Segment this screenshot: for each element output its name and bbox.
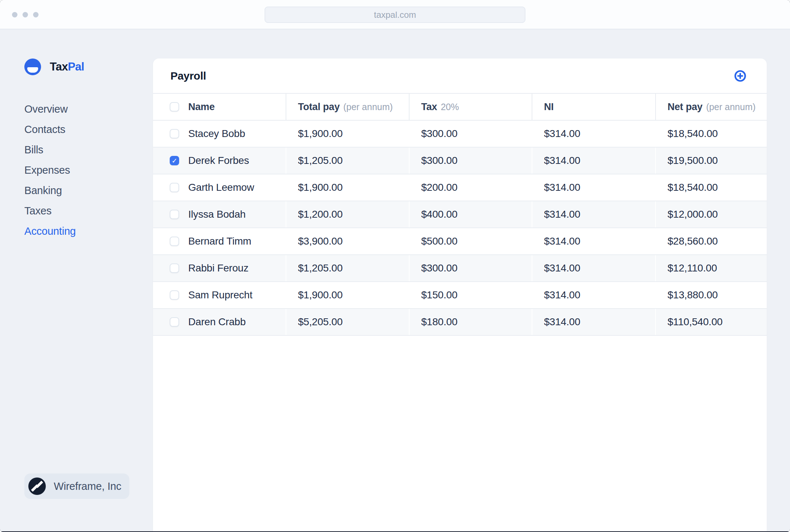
column-label: Total pay [298,101,340,112]
total-pay-cell: $1,200.00 [286,201,409,228]
total-pay-cell: $1,900.00 [286,174,409,201]
payroll-card-header: Payroll [153,59,767,94]
net-pay-cell: $18,540.00 [656,120,767,147]
tax-cell: $300.00 [409,147,532,174]
row-checkbox[interactable] [170,317,179,327]
table-row[interactable]: Sam Ruprecht $1,900.00 $150.00 $314.00 $… [153,282,767,309]
window-controls[interactable] [12,12,39,17]
total-pay-cell: $1,900.00 [286,282,409,309]
payroll-card: Payroll [153,59,767,531]
total-pay-cell: $1,205.00 [286,255,409,282]
plus-circle-icon [734,70,746,82]
net-pay-cell: $13,880.00 [656,282,767,309]
table-row[interactable]: Daren Crabb $5,205.00 $180.00 $314.00 $1… [153,309,767,335]
table-row[interactable]: Bernard Timm $3,900.00 $500.00 $314.00 $… [153,228,767,255]
sidebar-nav: OverviewContactsBillsExpensesBankingTaxe… [24,99,153,241]
net-pay-cell: $18,540.00 [656,174,767,201]
total-pay-cell: $1,900.00 [286,120,409,147]
employee-name: Stacey Bobb [188,128,245,140]
row-checkbox[interactable] [170,183,179,192]
employee-name: Derek Forbes [188,155,249,166]
net-pay-cell: $12,110.00 [656,255,767,282]
sidebar-item-taxes[interactable]: Taxes [24,201,153,221]
window-control-dot[interactable] [12,12,17,17]
organization-switcher[interactable]: Wireframe, Inc [24,473,129,499]
total-pay-cell: $3,900.00 [286,228,409,255]
tax-cell: $150.00 [409,282,532,309]
row-checkbox[interactable] [170,263,179,273]
row-checkbox[interactable] [170,210,179,219]
tax-cell: $300.00 [409,120,532,147]
ni-cell: $314.00 [532,309,656,335]
employee-name: Daren Crabb [188,316,246,328]
net-pay-cell: $110,540.00 [656,309,767,335]
tax-cell: $180.00 [409,309,532,335]
select-all-checkbox[interactable] [170,102,179,112]
sidebar-item-accounting[interactable]: Accounting [24,221,153,241]
payroll-table: Name Total pay(per annum) Tax20% NI Net … [153,94,767,336]
column-label: Name [188,101,215,113]
tax-cell: $400.00 [409,201,532,228]
column-header-net-pay: Net pay(per annum) [656,94,767,120]
sidebar: TaxPal OverviewContactsBillsExpensesBank… [0,29,153,531]
wireframe-logo-icon [28,477,46,495]
table-row[interactable]: Rabbi Ferouz $1,205.00 $300.00 $314.00 $… [153,255,767,282]
sidebar-item-banking[interactable]: Banking [24,180,153,201]
sidebar-item-contacts[interactable]: Contacts [24,119,153,140]
column-suffix: 20% [441,102,459,112]
employee-name: Ilyssa Bodah [188,209,246,220]
ni-cell: $314.00 [532,282,656,309]
ni-cell: $314.00 [532,147,656,174]
net-pay-cell: $19,500.00 [656,147,767,174]
taxpal-logo-icon [24,59,41,75]
address-bar[interactable]: taxpal.com [265,7,525,23]
table-row[interactable]: ✓ Derek Forbes $1,205.00 $300.00 $314.00… [153,147,767,174]
column-suffix: (per annum) [343,102,393,112]
table-header-row: Name Total pay(per annum) Tax20% NI Net … [153,94,767,120]
net-pay-cell: $28,560.00 [656,228,767,255]
sidebar-item-bills[interactable]: Bills [24,140,153,160]
column-label: NI [544,101,554,112]
ni-cell: $314.00 [532,255,656,282]
total-pay-cell: $1,205.00 [286,147,409,174]
total-pay-cell: $5,205.00 [286,309,409,335]
sidebar-item-expenses[interactable]: Expenses [24,160,153,180]
add-employee-button[interactable] [734,70,746,82]
browser-topbar: taxpal.com [0,0,790,29]
column-header-tax: Tax20% [409,94,532,120]
employee-name: Sam Ruprecht [188,289,253,301]
window-control-dot[interactable] [23,12,28,17]
ni-cell: $314.00 [532,174,656,201]
sidebar-item-overview[interactable]: Overview [24,99,153,119]
ni-cell: $314.00 [532,120,656,147]
ni-cell: $314.00 [532,201,656,228]
tax-cell: $300.00 [409,255,532,282]
tax-cell: $200.00 [409,174,532,201]
column-label: Tax [421,101,437,112]
taxpal-logo[interactable]: TaxPal [24,59,153,75]
table-row[interactable]: Stacey Bobb $1,900.00 $300.00 $314.00 $1… [153,120,767,147]
brand-name: TaxPal [50,60,84,73]
column-header-name: Name [153,94,286,120]
row-checkbox[interactable]: ✓ [170,156,179,165]
window-control-dot[interactable] [33,12,39,17]
row-checkbox[interactable] [170,237,179,246]
row-checkbox[interactable] [170,290,179,300]
employee-name: Rabbi Ferouz [188,262,249,274]
employee-name: Bernard Timm [188,235,251,247]
column-label: Net pay [668,101,702,112]
row-checkbox[interactable] [170,129,179,138]
tax-cell: $500.00 [409,228,532,255]
ni-cell: $314.00 [532,228,656,255]
net-pay-cell: $12,000.00 [656,201,767,228]
table-row[interactable]: Garth Leemow $1,900.00 $200.00 $314.00 $… [153,174,767,201]
browser-window: taxpal.com TaxPal OverviewContactsBillsE… [0,0,790,532]
employee-name: Garth Leemow [188,182,254,193]
column-header-ni: NI [532,94,656,120]
table-row[interactable]: Ilyssa Bodah $1,200.00 $400.00 $314.00 $… [153,201,767,228]
organization-name: Wireframe, Inc [54,480,121,492]
column-suffix: (per annum) [706,102,755,112]
page-title: Payroll [170,70,206,82]
column-header-total-pay: Total pay(per annum) [286,94,409,120]
